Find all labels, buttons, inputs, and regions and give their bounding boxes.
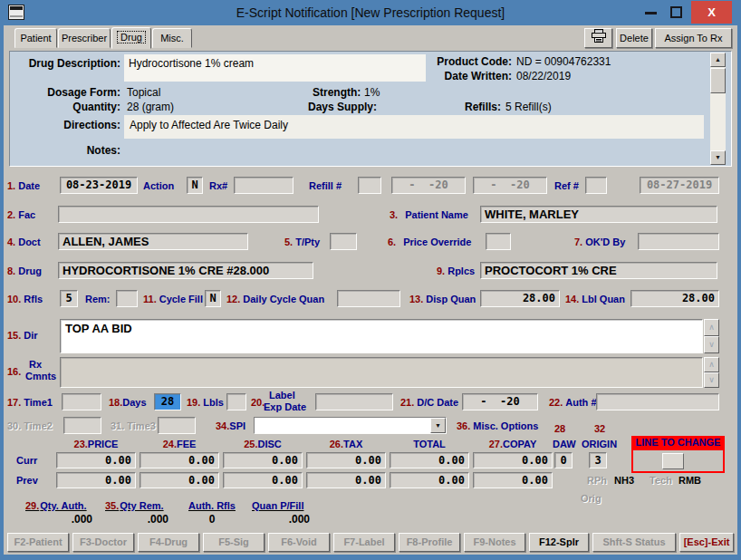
tpty-field[interactable] — [330, 233, 357, 250]
close-icon[interactable]: X — [691, 1, 732, 24]
f9-notes-button[interactable]: F9-Notes — [464, 533, 525, 552]
dc-date-field[interactable]: - -20 — [462, 393, 538, 410]
rph-label: RPh — [587, 475, 607, 486]
daily-cycle-quan-field[interactable] — [337, 290, 400, 307]
orig-label: Orig — [581, 493, 601, 504]
time2-field[interactable] — [63, 417, 101, 434]
spin-down-icon[interactable]: ∨ — [704, 372, 719, 388]
label-exp-date-field[interactable] — [315, 393, 393, 410]
disc-header: 25.DISC — [223, 439, 303, 449]
scroll-down-icon[interactable]: ▼ — [710, 150, 726, 165]
assign-to-rx-button[interactable]: Assign To Rx — [655, 28, 732, 48]
lbl-quan-field[interactable]: 28.00 — [630, 290, 719, 307]
curr-price-field: 0.00 — [56, 452, 136, 468]
fac-field[interactable] — [58, 206, 319, 223]
action-label: Action — [143, 180, 174, 191]
printer-icon — [592, 29, 606, 43]
product-code-value: ND = 00904762331 — [516, 55, 611, 68]
okd-by-label: 7.OK'D By — [574, 237, 625, 247]
f3-doctor-button[interactable]: F3-Doctor — [72, 533, 134, 552]
f12-splr-button[interactable]: F12-Splr — [529, 533, 589, 552]
ref-number-field[interactable] — [585, 177, 607, 194]
dir-textarea[interactable]: TOP AA BID — [60, 319, 703, 353]
dropdown-arrow-icon[interactable]: ▼ — [430, 418, 446, 433]
tpty-label: 5.T/Pty — [284, 237, 320, 247]
spin-up-icon[interactable]: ∧ — [704, 357, 719, 372]
rfls-label: 10.Rfls — [7, 294, 43, 304]
time1-field[interactable] — [62, 393, 101, 410]
notes-label: Notes: — [9, 144, 120, 157]
daily-cycle-quan-label: 12.Daily Cycle Quan — [226, 294, 324, 304]
esc-exit-button[interactable]: [Esc]-Exit — [679, 533, 734, 552]
minimize-icon[interactable] — [645, 12, 657, 14]
refills-value: 5 Refill(s) — [505, 101, 552, 113]
lbl-quan-label: 14.Lbl Quan — [565, 294, 625, 304]
okd-by-field[interactable] — [638, 233, 719, 250]
auth-rfls-value: 0 — [205, 513, 219, 526]
cycle-fill-field[interactable]: N — [205, 290, 221, 307]
prev-total-field: 0.00 — [390, 472, 469, 488]
print-button[interactable] — [584, 28, 612, 48]
disp-quan-field[interactable]: 28.00 — [480, 290, 560, 307]
drug-field[interactable]: HYDROCORTISONE 1% CRE #28.000 — [58, 262, 313, 279]
qty-auth-header: 29.Qty. Auth. — [25, 500, 87, 511]
scroll-up-icon[interactable]: ▲ — [710, 53, 726, 67]
f2-patient-button[interactable]: F2-Patient — [7, 533, 69, 552]
price-override-field[interactable] — [486, 233, 511, 250]
action-field[interactable]: N — [187, 177, 203, 194]
disp-quan-label: 13.Disp Quan — [409, 294, 476, 304]
rfls-field[interactable]: 5 — [60, 290, 78, 307]
prev-tax-field: 0.00 — [306, 472, 386, 488]
scrollbar-thumb[interactable] — [710, 68, 726, 93]
f6-void-button[interactable]: F6-Void — [268, 533, 330, 552]
doct-field[interactable]: ALLEN, JAMES — [58, 233, 248, 250]
spi-label: 34.SPI — [216, 420, 245, 431]
rx-number-field[interactable] — [234, 177, 294, 194]
days-field[interactable]: 28 — [154, 393, 181, 410]
f8-profile-button[interactable]: F8-Profile — [399, 533, 460, 552]
ref-number-label: Ref # — [554, 180, 579, 191]
patient-name-field[interactable]: WHITE, MARLEY — [480, 206, 717, 223]
quan-pfill-header: Quan P/Fill — [252, 500, 303, 511]
f4-drug-button[interactable]: F4-Drug — [138, 533, 199, 552]
rem-field[interactable] — [116, 290, 138, 307]
origin-label: ORIGIN — [582, 439, 617, 449]
drug-description-value: Hydrocortisone 1% cream — [129, 57, 254, 70]
f5-sig-button[interactable]: F5-Sig — [203, 533, 265, 552]
time3-label: 31.Time3 — [111, 420, 156, 431]
quantity-value: 28 (gram) — [127, 101, 174, 113]
lbls-label: 19.Lbls — [187, 397, 224, 408]
fac-label: 2.Fac — [7, 209, 35, 220]
f7-label-button[interactable]: F7-Label — [333, 533, 395, 552]
date-written-label: Date Written: — [417, 70, 512, 82]
line-to-change-label: LINE TO CHANGE — [631, 436, 725, 449]
spin-down-icon[interactable]: ∨ — [704, 336, 719, 353]
expire-date-field: 08-27-2019 — [640, 177, 719, 194]
drug-label: 8.Drug — [7, 266, 42, 276]
curr-disc-field: 0.00 — [223, 452, 303, 468]
tab-drug[interactable]: Drug — [111, 27, 151, 49]
date-field[interactable]: 08-23-2019 — [60, 177, 138, 194]
time2-label: 30.Time2 — [7, 420, 53, 431]
rx-number-label: Rx# — [209, 180, 227, 191]
line-to-change-field[interactable] — [662, 453, 684, 469]
shft-s-status-button[interactable]: Shft-S Status — [592, 533, 676, 552]
tab-patient[interactable]: Patient — [14, 28, 57, 48]
delete-button[interactable]: Delete — [616, 28, 652, 48]
tab-misc[interactable]: Misc. — [152, 28, 192, 48]
label-exp-date-num: 20. — [251, 397, 265, 408]
tab-prescriber[interactable]: Prescriber — [58, 28, 111, 48]
fee-header: 24.FEE — [140, 439, 219, 449]
rplcs-field[interactable]: PROCTOCORT 1% CRE — [480, 262, 717, 279]
dir-label: 15.Dir — [7, 330, 38, 341]
curr-fee-field: 0.00 — [140, 452, 219, 468]
qty-auth-value: .000 — [53, 513, 92, 526]
copay-header: 27.COPAY — [473, 439, 553, 449]
refill-number-field[interactable] — [358, 177, 381, 194]
auth-number-field[interactable] — [596, 393, 719, 410]
lbls-field[interactable] — [226, 393, 246, 410]
maximize-icon[interactable] — [670, 6, 682, 18]
spi-dropdown[interactable]: ▼ — [254, 417, 447, 434]
spin-up-icon[interactable]: ∧ — [704, 319, 719, 336]
time3-field[interactable] — [158, 417, 196, 434]
